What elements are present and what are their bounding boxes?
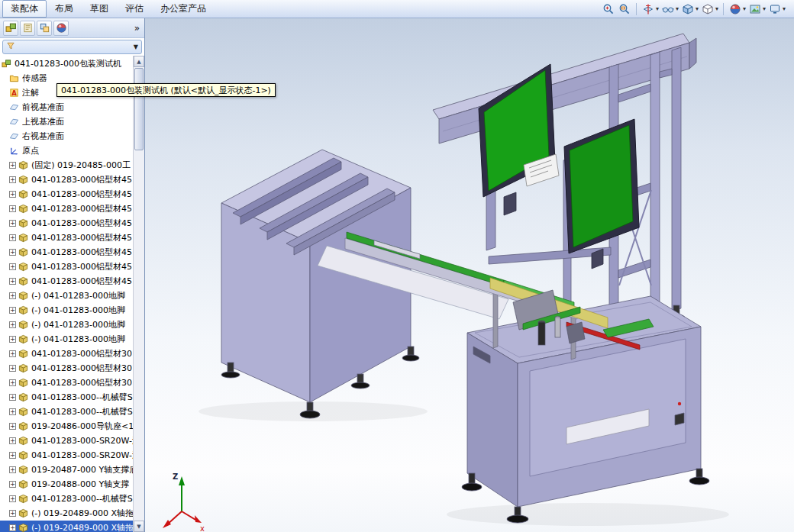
expand-plus-icon[interactable]: +	[9, 176, 16, 183]
tree-filter-input[interactable]	[18, 40, 131, 53]
tree-item[interactable]: +(-) 041-01283-000地脚	[0, 318, 133, 332]
expand-plus-icon[interactable]: +	[9, 423, 16, 430]
tree-item[interactable]: +(-) 041-01283-000地脚	[0, 332, 133, 347]
expand-plus-icon[interactable]: +	[9, 350, 16, 357]
expand-plus-icon[interactable]: +	[9, 249, 16, 256]
tree-item[interactable]: 原点	[0, 143, 133, 158]
tree-item[interactable]: +041-01283-000铝型材45×	[0, 274, 133, 289]
tree-item[interactable]: +041-01283-000铝型材30×	[0, 376, 133, 390]
expand-plus-icon[interactable]: +	[9, 220, 16, 227]
appearances-tab-icon[interactable]	[53, 21, 69, 36]
view-orientation-icon[interactable]	[680, 2, 696, 17]
tree-item[interactable]: 前视基准面	[0, 100, 133, 114]
propertymanager-tab-icon[interactable]	[20, 21, 35, 36]
tree-item[interactable]: +019-20486-000导轨座<1>	[0, 419, 133, 434]
featuremanager-tab-icon[interactable]	[3, 21, 18, 36]
tree-item[interactable]: +041-01283-000铝型材45×	[0, 187, 133, 202]
expand-plus-icon[interactable]: +	[9, 379, 16, 386]
scroll-up-button[interactable]: ▲	[134, 56, 144, 67]
expand-plus-icon[interactable]: +	[9, 495, 16, 502]
expand-plus-icon[interactable]: +	[9, 524, 16, 531]
tree-item[interactable]: +041-01283-000铝型材45×	[0, 231, 133, 245]
expand-plus-icon[interactable]: +	[9, 278, 16, 285]
monitor-screen-2[interactable]	[564, 119, 639, 269]
tree-item-label: 041-01283-000铝型材45×	[31, 261, 133, 272]
expand-plus-icon[interactable]: +	[9, 234, 16, 241]
tree-item[interactable]: +041-01283-000-SR20W-滑	[0, 448, 133, 463]
tree-item[interactable]: +019-20488-000 Y轴支撑	[0, 477, 133, 492]
view-settings-icon-dropdown[interactable]: ▾	[783, 5, 786, 12]
configurationmanager-tab-icon[interactable]	[37, 21, 52, 36]
apply-scene-icon-dropdown[interactable]: ▾	[763, 5, 766, 12]
edit-appearance-icon-dropdown[interactable]: ▾	[743, 5, 746, 12]
display-style-icon[interactable]	[700, 2, 715, 17]
view-orientation-icon-dropdown[interactable]: ▾	[696, 5, 699, 12]
tree-item[interactable]: +041-01283-000铝型材45×	[0, 245, 133, 260]
tree-item[interactable]: +041-01283-000铝型材30×	[0, 361, 133, 376]
zoom-in-icon[interactable]	[601, 2, 616, 17]
expand-plus-icon[interactable]: +	[9, 307, 16, 314]
tree-item[interactable]: +041-01283-000铝型材45×	[0, 202, 133, 216]
expand-plus-icon[interactable]: +	[9, 162, 16, 169]
tree-item[interactable]: +(-) 019-20489-000 X轴拖	[0, 506, 133, 521]
section-view-icon-dropdown[interactable]: ▾	[656, 5, 659, 12]
part-icon	[18, 334, 29, 345]
scroll-thumb[interactable]	[134, 68, 144, 150]
tab-3[interactable]: 草图	[82, 0, 117, 18]
tree-scrollbar[interactable]: ▲ ▼	[133, 56, 144, 532]
tree-item[interactable]: +019-20487-000 Y轴支撑底	[0, 463, 133, 477]
tree-item[interactable]: +041-01283-000铝型材45×	[0, 216, 133, 231]
expand-plus-icon[interactable]: +	[9, 452, 16, 459]
command-tabbar: 装配体布局草图评估办公室产品 ▾▾▾▾▾▾▾	[0, 0, 794, 18]
tree-item[interactable]: +041-01283-000-SR20W-滑	[0, 434, 133, 448]
tree-item[interactable]: 右视基准面	[0, 129, 133, 143]
expand-plus-icon[interactable]: +	[9, 408, 16, 415]
tree-item[interactable]: +(-) 041-01283-000地脚	[0, 289, 133, 303]
expand-plus-icon[interactable]: +	[9, 437, 16, 444]
tree-item-label: (固定) 019-20485-000工	[31, 160, 131, 171]
tree-item[interactable]: +041-01283-000铝型材30×	[0, 347, 133, 361]
display-style-icon-dropdown[interactable]: ▾	[715, 5, 718, 12]
monitor-screen-1[interactable]	[479, 64, 555, 215]
part-icon	[18, 233, 29, 243]
view-settings-icon[interactable]	[767, 2, 783, 17]
expand-plus-icon[interactable]: +	[9, 466, 16, 473]
chevron-down-icon[interactable]: ▼	[134, 44, 138, 50]
expand-plus-icon[interactable]: +	[9, 481, 16, 488]
tree-item[interactable]: 上视基准面	[0, 114, 133, 129]
scroll-track[interactable]	[134, 151, 144, 521]
expand-plus-icon[interactable]: +	[9, 263, 16, 270]
expand-plus-icon[interactable]: +	[9, 191, 16, 198]
tree-item[interactable]: +(-) 041-01283-000地脚	[0, 303, 133, 318]
zoom-fit-icon[interactable]	[617, 2, 632, 17]
tree-item[interactable]: +(固定) 019-20485-000工	[0, 158, 133, 172]
tree-item[interactable]: +041-01283-000--机械臂S	[0, 390, 133, 405]
expand-plus-icon[interactable]: +	[9, 205, 16, 212]
tab-5[interactable]: 办公室产品	[152, 0, 215, 18]
expand-plus-icon[interactable]: +	[9, 365, 16, 372]
hide-show-items-icon-dropdown[interactable]: ▾	[676, 5, 679, 12]
expand-plus-icon[interactable]: +	[9, 336, 16, 343]
tree-item[interactable]: +041-01283-000铝型材45×	[0, 172, 133, 187]
panel-expand-chevron[interactable]: »	[134, 23, 141, 34]
hide-show-items-icon[interactable]	[660, 2, 676, 17]
tree-item[interactable]: +041-01283-000--机械臂S	[0, 405, 133, 419]
expand-plus-icon[interactable]: +	[9, 321, 16, 328]
scroll-down-button[interactable]: ▼	[134, 521, 144, 532]
expand-plus-icon[interactable]: +	[9, 292, 16, 299]
tab-4[interactable]: 评估	[117, 0, 152, 18]
part-icon	[18, 189, 29, 200]
section-view-icon[interactable]	[641, 2, 656, 17]
apply-scene-icon[interactable]	[747, 2, 763, 17]
solidworks-window: { "ribbon": { "tabs": [ {"label": "装配体",…	[0, 0, 794, 532]
tree-item[interactable]: +041-01283-000铝型材45×	[0, 260, 133, 274]
tree-item[interactable]: 041-01283-000包装测试机	[0, 56, 133, 71]
tree-item[interactable]: +041-01283-000--机械臂S	[0, 492, 133, 506]
tree-item[interactable]: +(-) 019-20489-000 X轴拖	[0, 521, 133, 532]
expand-plus-icon[interactable]: +	[9, 510, 16, 517]
expand-plus-icon[interactable]: +	[9, 394, 16, 401]
ribbon-tabs: 装配体布局草图评估办公室产品	[2, 0, 215, 18]
tab-2[interactable]: 布局	[47, 0, 82, 18]
tab-1[interactable]: 装配体	[2, 0, 47, 18]
edit-appearance-icon[interactable]	[728, 2, 743, 17]
